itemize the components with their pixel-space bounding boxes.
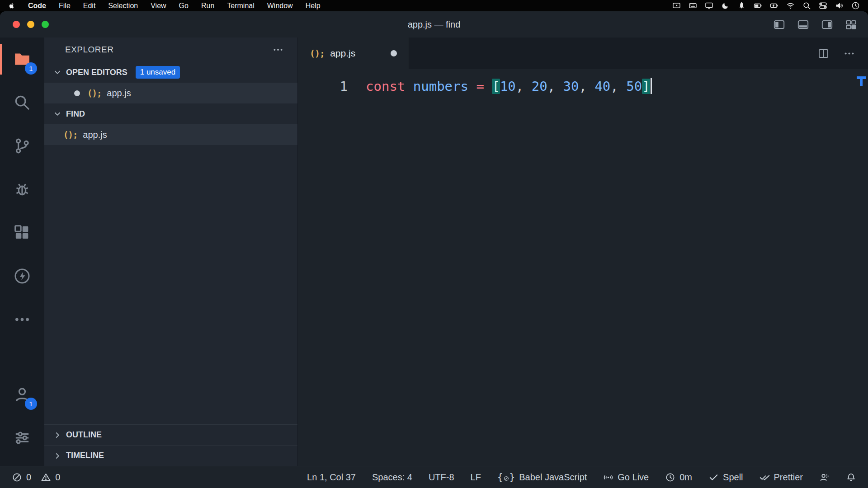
- moon-icon[interactable]: [721, 1, 730, 10]
- menu-window[interactable]: Window: [267, 2, 293, 10]
- run-debug-activity-button[interactable]: [0, 168, 44, 211]
- toggle-primary-sidebar-icon[interactable]: [773, 19, 785, 31]
- close-window-button[interactable]: [13, 21, 20, 28]
- rocket-icon[interactable]: [737, 1, 746, 10]
- indentation-status[interactable]: Spaces: 4: [372, 472, 412, 483]
- text-cursor: [651, 78, 652, 94]
- wifi-icon[interactable]: [786, 1, 795, 10]
- open-editor-item-app-js[interactable]: (); app.js: [44, 83, 297, 103]
- zoom-window-button[interactable]: [42, 21, 49, 28]
- javascript-file-icon: ();: [87, 88, 101, 98]
- open-editors-label: OPEN EDITORS: [66, 68, 127, 77]
- battery-charging-icon[interactable]: [770, 1, 778, 10]
- file-item-app-js[interactable]: (); app.js: [44, 124, 297, 145]
- token-operator: =: [476, 79, 484, 94]
- code-editor[interactable]: 1 const numbers = [10, 20, 30, 40, 50]: [298, 69, 868, 466]
- menu-go[interactable]: Go: [179, 2, 189, 10]
- active-indicator: [0, 44, 2, 75]
- split-editor-icon[interactable]: [817, 47, 830, 60]
- go-live-status[interactable]: Go Live: [603, 472, 649, 483]
- minimize-window-button[interactable]: [27, 21, 34, 28]
- open-editor-file-name: app.js: [107, 88, 131, 99]
- feedback-person-icon[interactable]: [819, 472, 830, 483]
- spotlight-search-icon[interactable]: [802, 1, 811, 10]
- chevron-right-icon: [52, 430, 62, 440]
- menu-view[interactable]: View: [151, 2, 166, 10]
- outline-section-header[interactable]: OUTLINE: [44, 424, 297, 445]
- customize-layout-icon[interactable]: [845, 19, 857, 31]
- menu-help[interactable]: Help: [306, 2, 321, 10]
- problems-status-item[interactable]: 0 0: [12, 472, 60, 483]
- code-line-1[interactable]: const numbers = [10, 20, 30, 40, 50]: [366, 75, 652, 97]
- open-editors-section-header[interactable]: OPEN EDITORS 1 unsaved: [44, 62, 297, 83]
- spell-status[interactable]: Spell: [708, 472, 743, 483]
- apple-menu-icon[interactable]: [8, 1, 15, 10]
- manage-settings-button[interactable]: [0, 416, 44, 460]
- clock-icon: [665, 472, 675, 483]
- prettier-status[interactable]: Prettier: [760, 472, 803, 483]
- braces-icon: {}: [497, 472, 515, 483]
- token-close-bracket: ]: [642, 79, 650, 94]
- token-value-2: 20: [532, 79, 547, 94]
- error-icon: [12, 472, 22, 483]
- explorer-badge: 1: [25, 62, 37, 75]
- chevron-down-icon: [52, 109, 62, 119]
- title-bar[interactable]: app.js — find: [0, 11, 868, 38]
- thunder-client-activity-button[interactable]: [0, 254, 44, 298]
- search-icon: [13, 94, 31, 112]
- line-number: 1: [298, 75, 348, 97]
- toggle-secondary-sidebar-icon[interactable]: [821, 19, 833, 31]
- tab-app-js[interactable]: (); app.js: [298, 38, 409, 69]
- battery-icon[interactable]: [754, 1, 762, 10]
- status-bar: 0 0 Ln 1, Col 37 Spaces: 4 UTF-8 LF {} B…: [0, 466, 868, 488]
- chevron-down-icon: [52, 67, 62, 77]
- menu-file[interactable]: File: [59, 2, 71, 10]
- folder-section-header[interactable]: FIND: [44, 103, 297, 124]
- eol-status[interactable]: LF: [471, 472, 481, 483]
- encoding-status[interactable]: UTF-8: [429, 472, 454, 483]
- error-count: 0: [26, 472, 31, 483]
- warning-count: 0: [55, 472, 60, 483]
- tab-label: app.js: [330, 48, 355, 59]
- cursor-position-status[interactable]: Ln 1, Col 37: [307, 472, 356, 483]
- token-keyword: const: [366, 79, 405, 94]
- notifications-bell-icon[interactable]: [846, 472, 856, 483]
- explorer-sidebar: EXPLORER OPEN EDITORS 1 unsaved (); app.…: [44, 38, 297, 466]
- tab-modified-dot-icon[interactable]: [391, 50, 397, 56]
- language-mode-status[interactable]: {} Babel JavaScript: [497, 472, 587, 483]
- activity-bar: 1 1: [0, 38, 44, 466]
- source-control-activity-button[interactable]: [0, 124, 44, 168]
- zap-icon: [13, 267, 31, 285]
- clock-icon[interactable]: [851, 1, 860, 10]
- menu-terminal[interactable]: Terminal: [227, 2, 254, 10]
- timer-status[interactable]: 0m: [665, 472, 692, 483]
- check-icon: [708, 472, 719, 483]
- toggle-panel-icon[interactable]: [797, 19, 809, 31]
- sound-icon[interactable]: [835, 1, 844, 10]
- explorer-activity-button[interactable]: 1: [0, 38, 44, 81]
- settings-sliders-icon: [13, 429, 31, 447]
- editor-more-actions-icon[interactable]: [843, 47, 855, 60]
- editor-group: (); app.js 1 const numbers = [10, 20, 30…: [297, 38, 868, 466]
- menu-code[interactable]: Code: [28, 2, 46, 10]
- modified-dot-icon[interactable]: [74, 90, 80, 96]
- search-activity-button[interactable]: [0, 81, 44, 124]
- screen-mirroring-icon[interactable]: [672, 1, 681, 10]
- double-check-icon: [760, 472, 770, 483]
- token-value-1: 10: [500, 79, 516, 94]
- javascript-file-icon: ();: [63, 130, 77, 140]
- control-center-icon[interactable]: [819, 1, 827, 10]
- timeline-section-header[interactable]: TIMELINE: [44, 445, 297, 466]
- menu-run[interactable]: Run: [201, 2, 214, 10]
- views-more-actions-icon[interactable]: [272, 44, 284, 56]
- token-value-3: 30: [563, 79, 579, 94]
- menu-edit[interactable]: Edit: [83, 2, 96, 10]
- more-activity-button[interactable]: [0, 298, 44, 341]
- display-icon[interactable]: [705, 1, 713, 10]
- extensions-icon: [13, 224, 31, 242]
- menu-selection[interactable]: Selection: [108, 2, 138, 10]
- extensions-activity-button[interactable]: [0, 211, 44, 254]
- macos-menu-bar: Code File Edit Selection View Go Run Ter…: [0, 0, 868, 11]
- keyboard-icon[interactable]: [689, 1, 697, 10]
- accounts-button[interactable]: 1: [0, 373, 44, 416]
